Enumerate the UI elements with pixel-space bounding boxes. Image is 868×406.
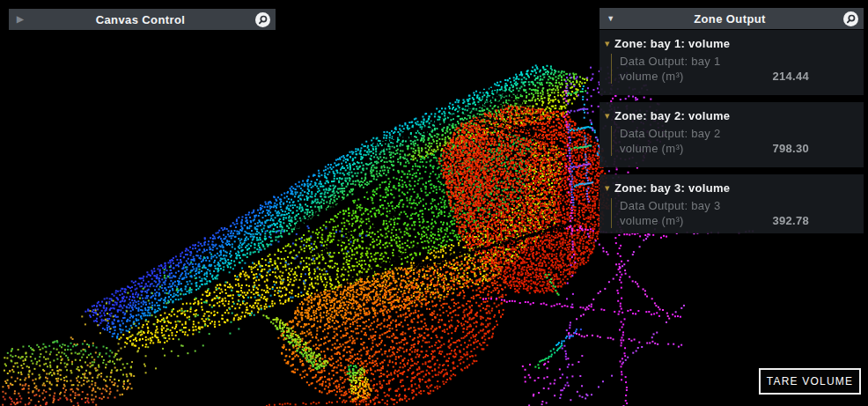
zone-metric-value: 214.44: [772, 69, 864, 84]
canvas-control-title: Canvas Control: [32, 13, 249, 26]
zone-output-title: Zone Output: [622, 12, 837, 26]
expand-arrow-icon[interactable]: ▶: [9, 15, 32, 24]
magnifier-glyph: [843, 11, 858, 26]
app-root: ▶ Canvas Control ▼ Zone Output ▾ Zone: b: [0, 0, 868, 406]
zone-metric-value: 798.30: [772, 141, 864, 156]
collapse-marker-icon[interactable]: ▾: [605, 111, 614, 121]
magnifier-glyph: [255, 12, 270, 27]
zone-sub-block: Data Output: bay 3 volume (m³) 392.78: [611, 198, 864, 228]
zone-sub-block: Data Output: bay 2 volume (m³) 798.30: [611, 126, 864, 156]
zone-metric-label: volume (m³): [620, 69, 684, 84]
zone-metric-label: volume (m³): [620, 213, 684, 228]
collapse-marker-icon[interactable]: ▾: [605, 39, 614, 48]
zone-data-output: Data Output: bay 3: [620, 198, 864, 213]
zone-title: Zone: bay 3: volume: [614, 181, 730, 195]
zone-data-output: Data Output: bay 1: [620, 54, 864, 69]
magnifier-icon[interactable]: [837, 11, 864, 26]
zone-row: ▾ Zone: bay 3: volume Data Output: bay 3…: [600, 174, 864, 233]
collapse-arrow-icon[interactable]: ▼: [600, 15, 622, 23]
zone-sub-block: Data Output: bay 1 volume (m³) 214.44: [611, 54, 864, 84]
zone-row-header[interactable]: ▾ Zone: bay 2: volume: [605, 108, 864, 123]
zone-row: ▾ Zone: bay 1: volume Data Output: bay 1…: [600, 30, 864, 95]
canvas-control-header[interactable]: ▶ Canvas Control: [9, 9, 276, 30]
zone-data-output: Data Output: bay 2: [620, 126, 864, 141]
zone-output-rows: ▾ Zone: bay 1: volume Data Output: bay 1…: [600, 30, 864, 240]
zone-title: Zone: bay 2: volume: [614, 109, 730, 122]
magnifier-icon[interactable]: [249, 12, 276, 27]
zone-row: ▾ Zone: bay 2: volume Data Output: bay 2…: [600, 102, 864, 167]
zone-metric-label: volume (m³): [620, 141, 684, 156]
zone-row-header[interactable]: ▾ Zone: bay 1: volume: [605, 36, 864, 51]
tare-volume-button[interactable]: TARE VOLUME: [759, 368, 861, 395]
collapse-marker-icon[interactable]: ▾: [605, 183, 614, 193]
zone-row-header[interactable]: ▾ Zone: bay 3: volume: [605, 181, 864, 196]
zone-title: Zone: bay 1: volume: [614, 37, 730, 50]
zone-output-header[interactable]: ▼ Zone Output: [600, 8, 864, 29]
zone-metric-value: 392.78: [772, 213, 864, 228]
